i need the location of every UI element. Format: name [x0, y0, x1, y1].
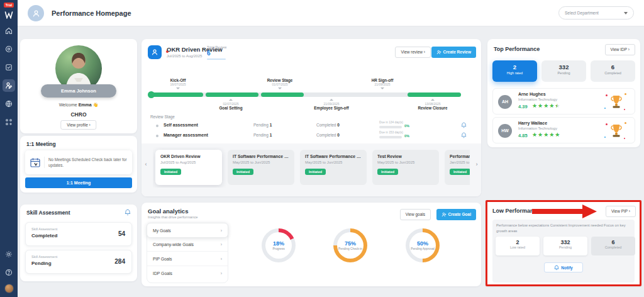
goal-category-company-wide[interactable]: Company-wide Goals› [147, 237, 228, 252]
home-icon[interactable] [3, 25, 15, 37]
bullet-dot [156, 135, 158, 137]
meeting-empty-message: No Meetings Scheduled Check back later f… [48, 157, 128, 168]
assessment-percent: 0% [404, 134, 409, 138]
person-rating: 4.85 [518, 133, 528, 138]
status-badge: Initiated [305, 169, 326, 175]
top-performance-stats: 2High rated 332Pending 6Completed [492, 60, 635, 82]
chevron-up-icon [431, 99, 435, 101]
pending-checkin-donut-chart: 75%Pending Check-in [333, 228, 367, 262]
review-date-range: Jul/2025 to Aug/2025 [167, 54, 202, 58]
meeting-button[interactable]: 1:1 Meeting [25, 177, 132, 188]
assessment-pending: Pending 1 [253, 123, 272, 127]
chevron-down-icon [278, 87, 282, 89]
chevron-down-icon [380, 87, 384, 89]
review-carousel: OKR Driven ReviewJul/2025 to Aug/2025Ini… [153, 147, 470, 188]
meeting-empty-state: No Meetings Scheduled Check back later f… [25, 150, 132, 174]
create-review-label: Create Review [443, 47, 471, 58]
assessment-pending: Pending 1 [253, 133, 272, 137]
bell-icon[interactable] [461, 122, 467, 128]
person-rating: 4.39 [518, 104, 528, 109]
view-pip-button[interactable]: View PIP › [606, 206, 636, 217]
review-carousel-card[interactable]: IT Software Performance Revi...May/2025 … [300, 150, 367, 185]
notify-label: Notify [561, 266, 572, 270]
carousel-next-button[interactable]: › [474, 161, 480, 167]
skill-title: Skill Assessment [26, 210, 70, 216]
top-performer-row[interactable]: AH Arne Hughes Information Technology 4.… [492, 88, 635, 115]
skill-row-pending[interactable]: Skill Assessment Pending 284 [25, 250, 132, 274]
help-icon[interactable] [3, 266, 15, 279]
assessment-name: Self assessment [164, 123, 198, 127]
milestone-employee-signoff: 21/09/2025 Employee Sign-off [303, 102, 360, 110]
sidebar-bottom [3, 242, 15, 297]
total-review-underline [207, 59, 226, 60]
star-rating: ★★★★★ ★★★★★ [532, 132, 560, 138]
goal-category-list: My Goals› Company-wide Goals› PIP Goals›… [147, 223, 228, 283]
goals-icon[interactable] [3, 43, 15, 55]
goal-category-pip[interactable]: PIP Goals› [147, 252, 228, 266]
milestone-review-closure: 13/08/2025 Review Closure [404, 102, 461, 110]
review-card: OKR Driven Review Jul/2025 to Aug/2025 T… [142, 39, 481, 196]
skill-row-category: Skill Assessment [31, 227, 57, 231]
chevron-right-icon: › [221, 228, 222, 233]
view-profile-button[interactable]: View profile › [60, 120, 96, 130]
carousel-prev-button[interactable]: ‹ [143, 161, 149, 167]
assessment-progress-track [379, 126, 402, 128]
org-icon[interactable] [3, 98, 15, 110]
assessment-completed: Completed 0 [316, 133, 340, 137]
settings-icon[interactable] [3, 248, 15, 261]
create-review-button[interactable]: Create Review [431, 47, 476, 58]
stat-pending[interactable]: 332Pending [541, 60, 586, 82]
app-logo-icon[interactable] [4, 11, 13, 19]
bell-icon[interactable] [461, 132, 467, 138]
stat-low-rated[interactable]: 2Low rated [496, 237, 540, 255]
stat-pending[interactable]: 332Pending [543, 237, 587, 255]
person-department: Information Technology [518, 126, 557, 130]
person-department: Information Technology [518, 98, 557, 101]
stat-completed[interactable]: 6Completed [591, 60, 635, 82]
chevron-up-icon [330, 99, 333, 101]
calendar-icon [30, 157, 45, 168]
stat-high-rated[interactable]: 2High rated [492, 60, 537, 82]
view-idp-button[interactable]: View IDP › [605, 44, 635, 55]
meeting-title: 1:1 Meeting [26, 141, 56, 147]
profile-card: Emma Johnson Welcome Emma 👋 CHRO View pr… [20, 39, 137, 133]
notify-button[interactable]: Notify [544, 262, 583, 272]
person-plus-icon [436, 50, 441, 55]
department-select-value: Select Department [565, 11, 599, 15]
chevron-right-icon: › [221, 257, 222, 261]
assessment-due: Due in 153 day(s) [379, 131, 403, 134]
low-performance-panel: Performance below expectations Consisten… [492, 220, 635, 283]
performance-icon[interactable] [3, 79, 15, 92]
tasks-icon[interactable] [3, 61, 15, 74]
review-carousel-card[interactable]: OKR Driven ReviewJul/2025 to Aug/2025Ini… [155, 150, 222, 185]
timeline-start-dot [148, 91, 155, 98]
user-avatar[interactable] [4, 284, 14, 293]
stat-completed[interactable]: 6Completed [591, 237, 635, 255]
skill-row-completed[interactable]: Skill Assessment Completed 54 [25, 222, 132, 246]
review-carousel-card[interactable]: Test ReviewMay/2025 to Jun/2025Initiated [372, 150, 439, 185]
create-goal-button[interactable]: Create Goal [436, 209, 477, 220]
trophy-icon [604, 93, 627, 111]
view-review-button[interactable]: View review › [395, 47, 431, 58]
assessment-completed: Completed 0 [316, 123, 340, 127]
top-performer-row[interactable]: HW Harry Wallace Information Technology … [492, 117, 635, 143]
goal-category-my-goals[interactable]: My Goals› [147, 223, 228, 238]
milestone-hr-signoff: HR Sign-off 21/09/2025 [357, 78, 408, 89]
person-plus-icon [441, 212, 447, 217]
bullet-dot [156, 125, 158, 127]
goal-category-idp[interactable]: IDP Goals› [147, 266, 228, 281]
review-carousel-card[interactable]: Performance ReviewJan/2025 to Feb/2025In… [445, 150, 470, 185]
pending-approval-donut-chart: 50%Pending Approval [406, 228, 440, 262]
apps-icon[interactable] [3, 116, 15, 128]
view-goals-button[interactable]: View goals [400, 209, 431, 220]
department-select[interactable]: Select Department [558, 6, 634, 20]
welcome-text: Welcome Emma 👋 [20, 103, 137, 108]
bell-icon[interactable] [125, 209, 131, 216]
annotation-arrow [532, 205, 599, 218]
chevron-right-icon: › [221, 271, 222, 276]
status-badge: Initiated [377, 169, 398, 175]
sidebar: Trial [0, 0, 18, 297]
assessment-progress-track [379, 136, 402, 138]
review-carousel-card[interactable]: IT Software Performance Revi...May/2025 … [228, 150, 294, 185]
meeting-card: 1:1 Meeting No Meetings Scheduled Check … [20, 136, 137, 193]
